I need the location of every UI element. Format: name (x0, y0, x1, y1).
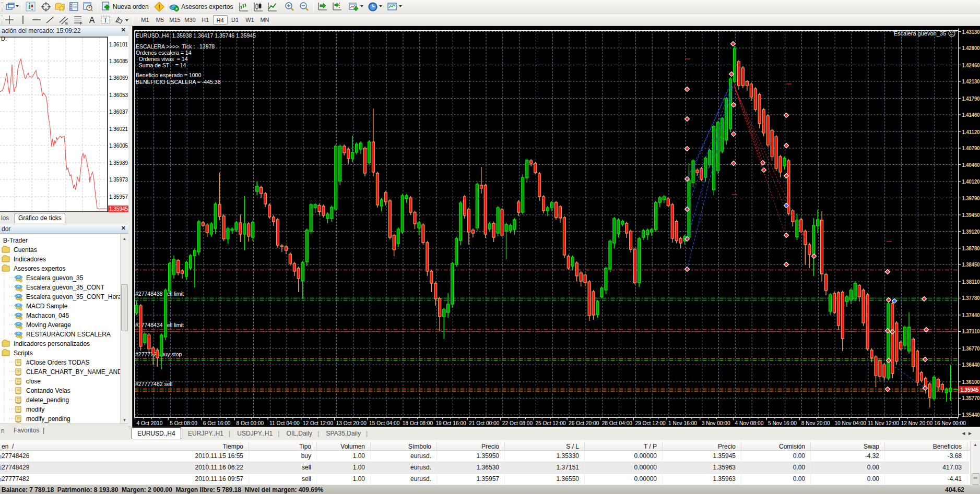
svg-text:1.35989: 1.35989 (109, 160, 128, 166)
svg-text:Cuentas: Cuentas (14, 246, 37, 254)
svg-text:EURUSD.,H4 1.35938 1.36417 1.: EURUSD.,H4 1.35938 1.36417 1.35746 1.359… (136, 32, 256, 39)
svg-text:22 Oct 08:00: 22 Oct 08:00 (502, 420, 533, 426)
svg-text:Ordenes vivas = 14: Ordenes vivas = 14 (136, 56, 188, 62)
svg-text:1.36021: 1.36021 (109, 126, 128, 132)
svg-text:Escalera guevon_35: Escalera guevon_35 (894, 30, 946, 37)
svg-text:T: T (103, 17, 108, 24)
svg-text:8 Nov 20:00: 8 Nov 20:00 (801, 420, 830, 426)
svg-text:ESCALERA >>>> Tick : 13978: ESCALERA >>>> Tick : 13978 (136, 43, 215, 50)
svg-text:A: A (89, 16, 95, 25)
svg-text:1.37110: 1.37110 (962, 328, 980, 334)
svg-text:1.36100: 1.36100 (962, 379, 980, 385)
svg-text:1.42800: 1.42800 (962, 45, 980, 51)
svg-text:29 Oct 12:00: 29 Oct 12:00 (635, 420, 666, 426)
svg-text:1.36440: 1.36440 (962, 362, 980, 368)
svg-text:CLEAR_CHART_BY_NAME_AND_TYPE: CLEAR_CHART_BY_NAME_AND_TYPE (26, 368, 120, 376)
svg-text:Machacon_045: Machacon_045 (26, 312, 69, 319)
svg-text:1.41120: 1.41120 (962, 129, 980, 135)
svg-text:4 Nov 08:00: 4 Nov 08:00 (735, 420, 763, 426)
svg-text:RESTAURACION ESCALERA: RESTAURACION ESCALERA (26, 331, 111, 338)
svg-text:Contando Velas: Contando Velas (26, 387, 70, 394)
svg-text:1.39120: 1.39120 (962, 228, 980, 235)
svg-text:8 Oct 00:00: 8 Oct 00:00 (237, 420, 264, 426)
svg-text:1.35440: 1.35440 (962, 412, 980, 418)
svg-text:1.36005: 1.36005 (109, 142, 128, 149)
svg-text:1.38450: 1.38450 (962, 261, 980, 268)
svg-text:11 Oct 04:00: 11 Oct 04:00 (269, 420, 300, 426)
svg-text:close: close (26, 378, 41, 385)
svg-text:12 Oct 12:00: 12 Oct 12:00 (303, 420, 334, 426)
svg-text:3 Nov 00:00: 3 Nov 00:00 (702, 420, 730, 426)
svg-text:Beneficio esperado = 1000: Beneficio esperado = 1000 (136, 72, 201, 78)
svg-text:28 Oct 04:00: 28 Oct 04:00 (602, 420, 633, 426)
svg-text:13 Oct 20:00: 13 Oct 20:00 (336, 420, 367, 426)
svg-text:delete_pending: delete_pending (26, 396, 69, 404)
svg-text:1.38780: 1.38780 (962, 245, 980, 251)
svg-text:1.42130: 1.42130 (962, 78, 980, 85)
svg-text:1.38110: 1.38110 (962, 279, 980, 285)
svg-text:E: E (65, 21, 68, 25)
svg-text:11 Nov 12:00: 11 Nov 12:00 (868, 420, 899, 426)
svg-text:1.41790: 1.41790 (962, 95, 980, 102)
svg-text:modify: modify (26, 406, 44, 413)
svg-text:12 Nov 20:00: 12 Nov 20:00 (901, 420, 933, 426)
svg-text:MACD Sample: MACD Sample (26, 303, 68, 310)
svg-text:Moving Average: Moving Average (26, 321, 71, 329)
svg-text:B-Trader: B-Trader (3, 237, 28, 244)
svg-text:1.35945: 1.35945 (961, 387, 979, 393)
svg-text:F: F (80, 21, 82, 25)
svg-text:Asesores expertos: Asesores expertos (14, 265, 65, 272)
svg-text:1.36069: 1.36069 (109, 75, 128, 81)
svg-text:1.36037: 1.36037 (109, 109, 128, 115)
svg-text:#27748434 sell limit: #27748434 sell limit (135, 322, 184, 328)
svg-text:1.37780: 1.37780 (962, 295, 980, 301)
svg-text:#Close Orders TODAS: #Close Orders TODAS (26, 359, 90, 366)
svg-text:D.: D. (1, 35, 7, 42)
svg-text:1.35957: 1.35957 (109, 194, 128, 200)
svg-text:BENEFICIO ESCALERA = -445.38: BENEFICIO ESCALERA = -445.38 (136, 79, 221, 85)
svg-text:1.35973: 1.35973 (109, 176, 128, 183)
svg-text:Indicadores: Indicadores (14, 256, 46, 263)
svg-text:#27748438 sell limit: #27748438 sell limit (135, 291, 184, 297)
svg-text:Indicadores personalizados: Indicadores personalizados (14, 340, 90, 347)
svg-text:19 Oct 16:00: 19 Oct 16:00 (435, 420, 466, 426)
svg-text:1.35770: 1.35770 (962, 395, 980, 401)
svg-text:Suma de ST = 14: Suma de ST = 14 (136, 62, 186, 68)
svg-text:Scripts: Scripts (14, 350, 33, 357)
svg-text:Escalera guevon_35: Escalera guevon_35 (26, 274, 84, 282)
svg-text:1.40120: 1.40120 (962, 178, 980, 185)
svg-text:25 Oct 12:00: 25 Oct 12:00 (535, 420, 566, 426)
svg-text:15 Oct 04:00: 15 Oct 04:00 (369, 420, 400, 426)
svg-text:1.41460: 1.41460 (962, 112, 980, 118)
svg-text:1.43130: 1.43130 (962, 29, 980, 35)
svg-text:4 Oct 2010: 4 Oct 2010 (137, 420, 163, 426)
svg-text:1.42460: 1.42460 (962, 62, 980, 68)
svg-text:1.36085: 1.36085 (109, 58, 128, 64)
svg-text:1.36053: 1.36053 (109, 92, 128, 98)
svg-text:5 Nov 16:00: 5 Nov 16:00 (768, 420, 797, 426)
svg-text:Escalera guevon_35_CONT: Escalera guevon_35_CONT (26, 284, 105, 291)
svg-text:1.40460: 1.40460 (962, 162, 980, 168)
svg-text:1.36101: 1.36101 (109, 41, 128, 47)
svg-text:1.37440: 1.37440 (962, 312, 980, 318)
svg-text:16 Nov 00:00: 16 Nov 00:00 (934, 420, 966, 426)
svg-text:5 Oct 08:00: 5 Oct 08:00 (170, 420, 197, 426)
svg-text:modify_pending: modify_pending (26, 415, 70, 423)
svg-text:#27777482 sell: #27777482 sell (135, 381, 172, 387)
svg-text:1.39450: 1.39450 (962, 212, 980, 218)
svg-text:1 Nov 16:00: 1 Nov 16:00 (668, 420, 697, 426)
svg-text:1.40790: 1.40790 (962, 145, 980, 151)
svg-text:Ordenes escalera = 14: Ordenes escalera = 14 (136, 50, 192, 56)
svg-text:1.39790: 1.39790 (962, 195, 980, 201)
svg-text:6 Oct 16:00: 6 Oct 16:00 (203, 420, 231, 426)
svg-text:1.35945: 1.35945 (109, 206, 128, 212)
svg-text:18 Oct 08:00: 18 Oct 08:00 (403, 420, 433, 426)
svg-text:Escalera guevon_35_CONT_Hora: Escalera guevon_35_CONT_Hora (26, 293, 120, 300)
svg-text:26 Oct 20:00: 26 Oct 20:00 (569, 420, 599, 426)
svg-text:!: ! (158, 4, 160, 11)
svg-text:1.36770: 1.36770 (962, 345, 980, 352)
svg-text:10 Nov 04:00: 10 Nov 04:00 (834, 420, 866, 426)
svg-text:21 Oct 00:00: 21 Oct 00:00 (469, 420, 500, 426)
